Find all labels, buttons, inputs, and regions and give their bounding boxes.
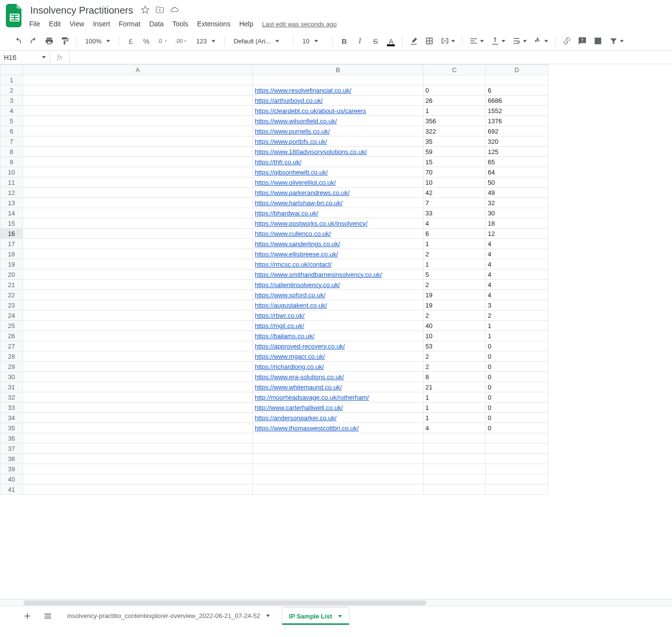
cell[interactable] (23, 126, 253, 136)
cell[interactable] (423, 454, 486, 464)
row-header[interactable]: 13 (0, 198, 23, 208)
formula-input[interactable] (70, 51, 672, 64)
cloud-status-icon[interactable] (170, 5, 179, 16)
row-header[interactable]: 27 (0, 341, 23, 351)
horizontal-align-button[interactable] (467, 35, 486, 47)
cell-link[interactable]: https://www.portbfs.co.uk/ (255, 138, 327, 145)
row-header[interactable]: 37 (0, 444, 23, 454)
row-header[interactable]: 29 (0, 362, 23, 372)
cell[interactable] (23, 454, 253, 464)
cell[interactable]: 0 (486, 392, 548, 403)
cell[interactable]: https://www.sanderlings.co.uk/ (253, 239, 423, 249)
cell[interactable]: https://gibsonhewitt.co.uk/ (253, 167, 423, 177)
cell[interactable] (423, 444, 486, 454)
cell[interactable]: 0 (486, 403, 548, 413)
menu-view[interactable]: View (70, 20, 84, 28)
row-header[interactable]: 9 (0, 157, 23, 167)
cell[interactable]: 35 (423, 136, 486, 147)
cell-link[interactable]: https://richardlong.co.uk/ (255, 363, 324, 370)
cell[interactable]: 1 (486, 321, 548, 331)
cell-link[interactable]: https://arthurboyd.co.uk/ (255, 97, 323, 104)
cell[interactable] (486, 474, 548, 484)
cell[interactable]: 26 (423, 96, 486, 106)
cell[interactable]: 4 (486, 259, 548, 270)
cell-link[interactable]: https://www.purnells.co.uk/ (255, 128, 330, 135)
cell-link[interactable]: https://www.era-solutions.co.uk/ (255, 373, 344, 381)
cell[interactable] (423, 484, 486, 495)
cell[interactable] (23, 403, 253, 413)
cell[interactable]: https://andersonparker.co.uk/ (253, 413, 423, 423)
cell[interactable] (253, 464, 423, 474)
cell[interactable] (23, 280, 253, 290)
cell[interactable]: https://www.hartshaw-bri.co.uk/ (253, 198, 423, 208)
cell[interactable]: https://approved-recovery.co.uk/ (253, 341, 423, 351)
cell[interactable] (23, 310, 253, 321)
cell[interactable]: https://www.ellisbreese.co.uk/ (253, 249, 423, 259)
row-header[interactable]: 16 (0, 229, 23, 239)
cell[interactable]: 2 (423, 310, 486, 321)
cell[interactable] (23, 444, 253, 454)
cell[interactable] (23, 423, 253, 433)
cell[interactable] (23, 362, 253, 372)
row-header[interactable]: 40 (0, 474, 23, 484)
cell[interactable]: https://arthurboyd.co.uk/ (253, 96, 423, 106)
cell[interactable] (253, 444, 423, 454)
cell-link[interactable]: https://www.180advisorysolutions.co.uk/ (255, 148, 367, 155)
row-header[interactable]: 22 (0, 290, 23, 300)
move-icon[interactable] (155, 5, 164, 16)
cell-link[interactable]: https://augustakent.co.uk/ (255, 302, 327, 309)
cell[interactable] (23, 85, 253, 96)
cell[interactable] (23, 198, 253, 208)
cell[interactable]: 1 (423, 106, 486, 116)
cell[interactable] (23, 474, 253, 484)
row-header[interactable]: 14 (0, 208, 23, 218)
cell[interactable]: 32 (486, 198, 548, 208)
cell[interactable]: https://www.resolvefinancial.co.uk/ (253, 85, 423, 96)
cell[interactable]: 0 (486, 351, 548, 362)
cell[interactable] (423, 75, 486, 85)
cell[interactable]: 3 (486, 300, 548, 310)
cell[interactable]: 7 (423, 198, 486, 208)
cell-link[interactable]: https://andersonparker.co.uk/ (255, 414, 337, 422)
cell[interactable]: 2 (486, 310, 548, 321)
row-header[interactable]: 15 (0, 218, 23, 229)
cell[interactable]: 19 (423, 300, 486, 310)
cell[interactable]: 1 (423, 413, 486, 423)
cell[interactable]: 4 (486, 280, 548, 290)
cell[interactable]: 4 (486, 290, 548, 300)
row-header[interactable]: 41 (0, 484, 23, 495)
cell[interactable] (23, 136, 253, 147)
cell[interactable]: 42 (423, 188, 486, 198)
cell[interactable] (23, 75, 253, 85)
row-header[interactable]: 39 (0, 464, 23, 474)
name-box[interactable]: H16 (0, 51, 50, 64)
cell-link[interactable]: https://www.whitemaund.co.uk/ (255, 384, 342, 391)
cell[interactable]: 0 (486, 413, 548, 423)
menu-help[interactable]: Help (239, 20, 253, 28)
row-header[interactable]: 21 (0, 280, 23, 290)
cell[interactable] (23, 270, 253, 280)
row-header[interactable]: 28 (0, 351, 23, 362)
cell[interactable]: 1552 (486, 106, 548, 116)
cell[interactable]: https://thfr.co.uk/ (253, 157, 423, 167)
cell[interactable] (423, 433, 486, 444)
all-sheets-button[interactable] (40, 608, 56, 624)
cell[interactable]: https://rmcsc.co.uk/contact/ (253, 259, 423, 270)
cell[interactable]: 320 (486, 136, 548, 147)
merge-cells-button[interactable] (439, 35, 457, 47)
cell[interactable]: https://bailams.co.uk/ (253, 331, 423, 341)
cell[interactable]: 4 (423, 218, 486, 229)
undo-icon[interactable] (12, 35, 24, 47)
select-all-corner[interactable] (0, 65, 23, 75)
cell[interactable]: https://richardlong.co.uk/ (253, 362, 423, 372)
zoom-select[interactable]: 100% (81, 35, 114, 47)
row-header[interactable]: 2 (0, 85, 23, 96)
cell[interactable]: 356 (423, 116, 486, 126)
cell-link[interactable]: https://mgjl.co.uk/ (255, 322, 304, 329)
row-header[interactable]: 12 (0, 188, 23, 198)
cell[interactable]: https://www.180advisorysolutions.co.uk/ (253, 147, 423, 157)
cell[interactable] (23, 413, 253, 423)
insert-comment-button[interactable] (576, 35, 589, 47)
cell[interactable] (486, 75, 548, 85)
font-family-select[interactable]: Default (Ari... (230, 35, 288, 47)
